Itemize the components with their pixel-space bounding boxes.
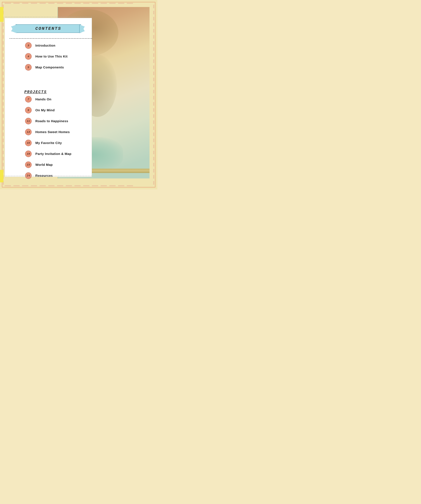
page-number-11: 11 [25, 118, 32, 124]
list-item-homes: 13 Homes Sweet Homes [6, 129, 90, 135]
roads-label: Roads to Happiness [35, 119, 68, 123]
list-item-intro: 3 Introduction [6, 42, 90, 49]
intro-contents-list: 3 Introduction 4 How to Use This Kit 5 M… [6, 42, 90, 75]
page-number-23: 23 [25, 162, 32, 168]
content-page-border-bottom [5, 176, 92, 177]
map-components-label: Map Components [35, 66, 64, 69]
homes-label: Homes Sweet Homes [35, 130, 70, 134]
list-item-fav-city: 15 My Favorite City [6, 140, 90, 146]
page-number-3: 3 [25, 42, 32, 49]
projects-heading: PROJECTS [24, 90, 47, 94]
yellow-strip-top-left [0, 7, 3, 22]
list-item-map-components: 5 Map Components [6, 64, 90, 71]
list-item-party: 19 Party Invitation & Map [6, 150, 90, 157]
page-number-4: 4 [25, 53, 32, 60]
banner-title: CONTENTS [35, 26, 61, 31]
list-item-resources: 24 Resources [6, 172, 90, 179]
list-item-how-to: 4 How to Use This Kit [6, 53, 90, 60]
banner-ribbon: CONTENTS [16, 24, 81, 33]
dashed-separator [10, 38, 92, 39]
on-my-mind-label: On My Mind [35, 108, 55, 112]
world-map-label: World Map [35, 163, 53, 167]
content-page-border-top [5, 17, 92, 18]
projects-list: 7 Hands On 9 On My Mind 11 Roads to Happ… [6, 96, 90, 183]
page-number-15: 15 [25, 140, 32, 146]
page-number-5: 5 [25, 64, 32, 71]
fav-city-label: My Favorite City [35, 141, 62, 145]
list-item-hands-on: 7 Hands On [6, 96, 90, 102]
page-number-9: 9 [25, 107, 32, 114]
yellow-strip-bottom-left [0, 170, 3, 182]
hands-on-label: Hands On [35, 97, 51, 101]
tick-marks-left [3, 5, 4, 185]
content-page: CONTENTS 3 Introduction 4 How to Use Thi… [5, 18, 92, 177]
list-item-world-map: 23 World Map [6, 162, 90, 168]
banner-container: CONTENTS [16, 24, 81, 35]
tick-marks-right [153, 5, 154, 185]
party-label: Party Invitation & Map [35, 152, 71, 156]
page-number-24: 24 [25, 172, 32, 179]
intro-label: Introduction [35, 44, 55, 47]
page-number-19: 19 [25, 150, 32, 157]
list-item-roads: 11 Roads to Happiness [6, 118, 90, 124]
tick-marks-top [5, 3, 153, 4]
list-item-on-my-mind: 9 On My Mind [6, 107, 90, 114]
page-number-13: 13 [25, 129, 32, 135]
page-number-7: 7 [25, 96, 32, 102]
tick-marks-bottom [5, 185, 153, 186]
how-to-label: How to Use This Kit [35, 54, 68, 58]
